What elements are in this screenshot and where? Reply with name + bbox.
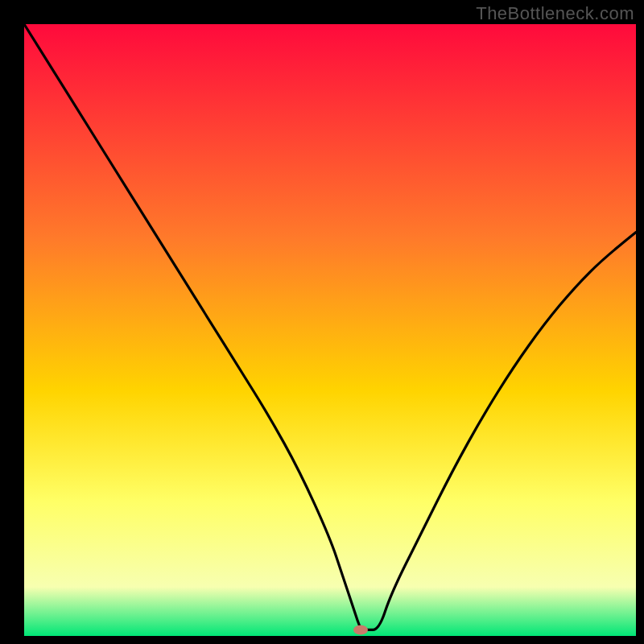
bottleneck-chart — [0, 0, 644, 644]
chart-frame: TheBottleneck.com — [0, 0, 644, 644]
watermark-label: TheBottleneck.com — [476, 3, 634, 24]
optimal-point-marker — [353, 625, 368, 634]
plot-background — [24, 24, 636, 636]
